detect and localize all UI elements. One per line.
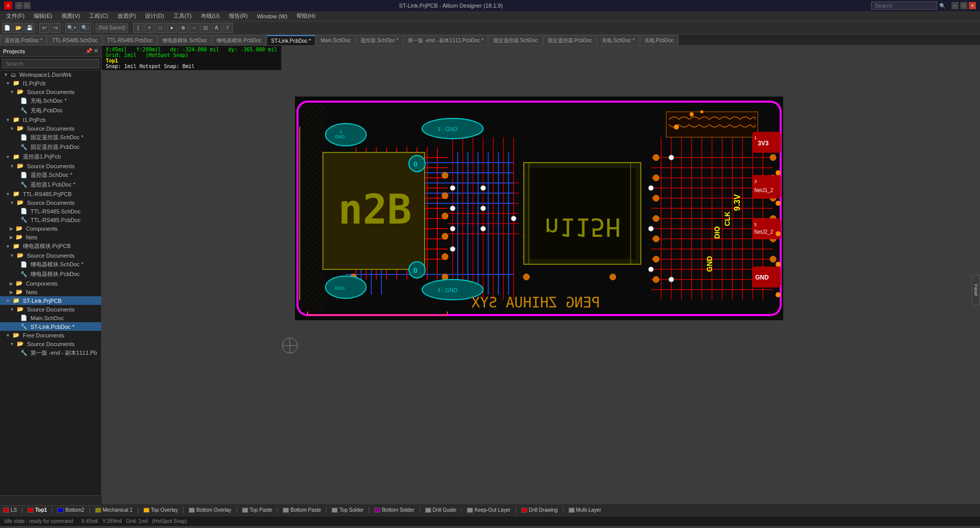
tree-item-15[interactable]: 📄TTL-RS485.SchDoc bbox=[0, 207, 101, 215]
layer-indicator-BottomPaste[interactable]: Bottom Paste bbox=[283, 507, 321, 513]
layer-indicator-TopPaste[interactable]: Top Paste bbox=[242, 507, 272, 513]
layer-indicator-Bottom2[interactable]: Bottom2 bbox=[57, 507, 84, 513]
menu-item-F[interactable]: 文件(F) bbox=[2, 12, 28, 20]
layer-indicator-BottomSolder[interactable]: Bottom Solder bbox=[374, 507, 414, 513]
titlebar-close-btn[interactable]: ✕ bbox=[969, 2, 976, 9]
canvas-area[interactable]: X:45mil Y:289mil dx: -324.000 mil dy: -3… bbox=[102, 46, 980, 504]
toolbar-extra-8[interactable]: A bbox=[212, 23, 222, 33]
tab-6[interactable]: Main.SchDoc bbox=[316, 35, 355, 45]
tree-item-25[interactable]: ▼📁ST-Link.PrjPCB bbox=[0, 296, 101, 305]
tree-item-5[interactable]: ▼📁I1.PrjPcb bbox=[0, 115, 101, 124]
toolbar-extra-2[interactable]: + bbox=[144, 23, 155, 33]
layer-name-DrillGuide[interactable]: Drill Guide bbox=[433, 507, 457, 513]
tree-item-7[interactable]: 📄固定遥控器.SchDoc * bbox=[0, 133, 101, 142]
toolbar-extra-3[interactable]: □ bbox=[156, 23, 166, 33]
toolbar-extra-6[interactable]: → bbox=[189, 23, 199, 33]
menu-item-E[interactable]: 编辑(E) bbox=[29, 12, 56, 20]
menu-item-WindowW[interactable]: Window (W) bbox=[253, 13, 291, 20]
toolbar-redo-btn[interactable]: ↪ bbox=[50, 23, 61, 33]
layer-name-Bottom2[interactable]: Bottom2 bbox=[65, 507, 84, 513]
tree-item-0[interactable]: ▼🗂Workspace1.DsnWrk bbox=[0, 71, 101, 79]
tree-item-11[interactable]: 📄遥控器.SchDoc * bbox=[0, 170, 101, 180]
layer-indicator-Multi-Layer[interactable]: Multi-Layer bbox=[569, 507, 601, 513]
menu-item-H[interactable]: 帮助(H) bbox=[292, 12, 319, 20]
tree-item-21[interactable]: 📄继电器模块.SchDoc * bbox=[0, 260, 101, 269]
tree-item-16[interactable]: 🔧TTL-RS485.PcbDoc bbox=[0, 215, 101, 224]
toolbar-undo-btn[interactable]: ↩ bbox=[39, 23, 49, 33]
tab-9[interactable]: 固定遥控器.SchDoc bbox=[489, 35, 543, 45]
tree-item-20[interactable]: ▼📂Source Documents bbox=[0, 251, 101, 260]
menu-item-D[interactable]: 设计(D) bbox=[141, 12, 168, 20]
layer-name-Mechanical1[interactable]: Mechanical 1 bbox=[103, 507, 133, 513]
toolbar-new-btn[interactable]: 📄 bbox=[2, 23, 12, 33]
toolbar-zoom-out-btn[interactable]: 🔍- bbox=[79, 23, 91, 33]
tree-item-29[interactable]: ▼📂Free Documents bbox=[0, 331, 101, 339]
layer-name-LS[interactable]: LS bbox=[11, 507, 17, 513]
layer-name-TopSolder[interactable]: Top Solder bbox=[339, 507, 364, 513]
tab-4[interactable]: 继电器模块.PcbDoc bbox=[212, 35, 266, 45]
menu-item-P[interactable]: 放置(P) bbox=[113, 12, 140, 20]
tab-7[interactable]: 遥控器.SchDoc * bbox=[356, 35, 403, 45]
sidebar-pin-icon[interactable]: 📌 bbox=[85, 48, 93, 54]
tab-0[interactable]: 遥控器.PcbDoc * bbox=[0, 35, 47, 45]
tree-item-26[interactable]: ▼📂Source Documents bbox=[0, 305, 101, 314]
layer-indicator-DrillGuide[interactable]: Drill Guide bbox=[425, 507, 457, 513]
layer-name-Top1[interactable]: Top1 bbox=[35, 507, 47, 513]
tab-10[interactable]: 固定遥控器.PcbDoc bbox=[543, 35, 597, 45]
menu-item-V[interactable]: 视图(V) bbox=[57, 12, 84, 20]
tree-item-30[interactable]: ▼📂Source Documents bbox=[0, 339, 101, 348]
tab-11[interactable]: 充电.SchDoc * bbox=[597, 35, 639, 45]
toolbar-extra-1[interactable]: | bbox=[133, 23, 143, 33]
tree-item-9[interactable]: ▼📁遥控器1.PrjPcb bbox=[0, 152, 101, 162]
tree-item-31[interactable]: 🔧第一版 -end - 副本1111.Pb bbox=[0, 348, 101, 358]
tree-item-4[interactable]: 🔧充电.PcbDoc bbox=[0, 106, 101, 115]
layer-name-TopPaste[interactable]: Top Paste bbox=[250, 507, 272, 513]
tree-item-24[interactable]: ▶📂Nets bbox=[0, 288, 101, 296]
toolbar-extra-5[interactable]: ⊕ bbox=[178, 23, 188, 33]
minimize-btn[interactable]: ─ bbox=[15, 2, 22, 9]
layer-name-TopOverlay[interactable]: Top Overlay bbox=[151, 507, 178, 513]
toolbar-extra-4[interactable]: ● bbox=[167, 23, 177, 33]
menu-item-C[interactable]: 工程(C) bbox=[85, 12, 112, 20]
restore-btn[interactable]: □ bbox=[23, 2, 31, 9]
layer-name-Keep-OutLayer[interactable]: Keep-Out Layer bbox=[474, 507, 511, 513]
toolbar-open-btn[interactable]: 📂 bbox=[13, 23, 23, 33]
sidebar-close-icon[interactable]: ✕ bbox=[94, 48, 98, 54]
tab-3[interactable]: 继电器模块.SchDoc bbox=[158, 35, 212, 45]
tab-12[interactable]: 充电.PcbDoc bbox=[640, 35, 678, 45]
tree-item-13[interactable]: ▼📁TTL-RS485.PrjPCB bbox=[0, 190, 101, 198]
tree-item-8[interactable]: 🔧固定遥控器.PcbDoc bbox=[0, 142, 101, 152]
layer-name-Multi-Layer[interactable]: Multi-Layer bbox=[576, 507, 601, 513]
layer-name-BottomSolder[interactable]: Bottom Solder bbox=[382, 507, 414, 513]
layer-name-BottomPaste[interactable]: Bottom Paste bbox=[290, 507, 321, 513]
tree-item-6[interactable]: ▼📂Source Documents bbox=[0, 124, 101, 133]
tree-item-1[interactable]: ▼📁I1.PrjPcb bbox=[0, 79, 101, 87]
toolbar-extra-7[interactable]: ⊡ bbox=[200, 23, 211, 33]
tree-item-2[interactable]: ▼📂Source Documents bbox=[0, 87, 101, 96]
layer-indicator-Top1[interactable]: Top1 bbox=[27, 507, 47, 513]
tree-item-19[interactable]: ▼📁继电器模块.PrjPCB bbox=[0, 241, 101, 251]
tree-item-22[interactable]: 🔧继电器模块.PcbDoc bbox=[0, 269, 101, 279]
tab-8[interactable]: 第一版 -end - 副本1111.PcbDoc * bbox=[403, 35, 488, 45]
titlebar-max-btn[interactable]: □ bbox=[960, 2, 967, 9]
title-search-input[interactable] bbox=[871, 2, 937, 10]
layer-indicator-LS[interactable]: LS bbox=[3, 507, 17, 513]
menu-item-R[interactable]: 报告(R) bbox=[225, 12, 252, 20]
layer-name-DrillDrawing[interactable]: Drill Drawing bbox=[529, 507, 558, 513]
tree-item-23[interactable]: ▶📂Components bbox=[0, 279, 101, 288]
tree-item-14[interactable]: ▼📂Source Documents bbox=[0, 198, 101, 207]
layer-indicator-TopOverlay[interactable]: Top Overlay bbox=[143, 507, 178, 513]
tree-item-27[interactable]: 📄Main.SchDoc bbox=[0, 314, 101, 322]
menu-item-T[interactable]: 工具(T) bbox=[169, 12, 196, 20]
tab-5[interactable]: ST-Link.PcbDoc * bbox=[266, 35, 315, 45]
tab-2[interactable]: TTL-RS485.PcbDoc bbox=[103, 35, 157, 45]
layer-indicator-DrillDrawing[interactable]: Drill Drawing bbox=[521, 507, 558, 513]
layer-indicator-Mechanical1[interactable]: Mechanical 1 bbox=[95, 507, 133, 513]
toolbar-save-btn[interactable]: 💾 bbox=[24, 23, 35, 33]
tree-item-18[interactable]: ▶📂Nets bbox=[0, 233, 101, 241]
layer-name-BottomOverlay[interactable]: Bottom Overlay bbox=[196, 507, 231, 513]
toolbar-extra-9[interactable]: / bbox=[223, 23, 233, 33]
tree-item-28[interactable]: 🔧ST-Link.PcbDoc * bbox=[0, 322, 101, 331]
tab-1[interactable]: TTL-RS485.SchDoc bbox=[47, 35, 102, 45]
layer-indicator-BottomOverlay[interactable]: Bottom Overlay bbox=[189, 507, 231, 513]
